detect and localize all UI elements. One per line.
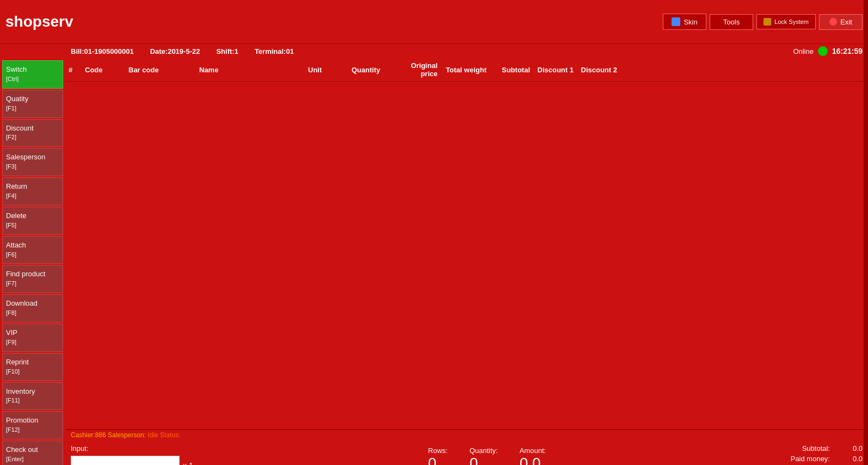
input-section: Input: x 1 — [71, 444, 193, 465]
sidebar-btn-discount[interactable]: Discount[F2] — [2, 119, 63, 147]
bill-terminal: Terminal:01 — [255, 47, 294, 55]
right-stripe — [864, 0, 868, 465]
input-label: Input: — [71, 444, 193, 452]
bill-date: Date:2019-5-22 — [150, 47, 200, 55]
lock-icon — [764, 18, 771, 26]
bill-bar: Bill:01-1905000001 Date:2019-5-22 Shift:… — [0, 44, 868, 58]
clock: 16:21:59 — [832, 47, 863, 55]
rows-stat: Rows: 0 — [428, 447, 448, 465]
sidebar-btn-vip[interactable]: VIP[F9] — [2, 324, 63, 352]
col-barcode: Bar code — [125, 65, 196, 75]
sidebar-btn-download[interactable]: Download[F8] — [2, 294, 63, 323]
col-subtotal: Subtotal — [490, 65, 533, 75]
sidebar-btn-salesperson[interactable]: Salesperson[F3] — [2, 148, 63, 176]
sidebar-btn-reprint[interactable]: Reprint[F10] — [2, 353, 63, 381]
sidebar-btn-inventory[interactable]: Inventory[F11] — [2, 382, 63, 411]
col-quantity: Quantity — [348, 65, 392, 75]
online-area: Online 16:21:59 — [793, 46, 863, 56]
amount-stat: Amount: 0.0 — [520, 447, 546, 465]
sidebar-btn-attach[interactable]: Attach[F6] — [2, 236, 63, 264]
paid-row: Paid money: 0.0 — [781, 455, 863, 463]
exit-button[interactable]: Exit — [819, 14, 863, 30]
sidebar-btn-return[interactable]: Return[F4] — [2, 177, 63, 206]
sidebar-btn-check-out[interactable]: Check out[Enter] — [2, 441, 63, 465]
skin-button[interactable]: Skin — [663, 14, 706, 30]
summary-section: Subtotal: 0.0 Paid money: 0.0 Change: 0.… — [781, 444, 863, 465]
cashier-info: Cashier:886 Salesperson: — [71, 431, 146, 439]
exit-icon — [829, 18, 837, 26]
sidebar-btn-promotion[interactable]: Promotion[F12] — [2, 411, 63, 439]
input-row: x 1 — [71, 456, 193, 465]
subtotal-row: Subtotal: 0.0 — [781, 444, 863, 452]
col-discount2: Discount 2 — [577, 65, 620, 75]
online-icon — [818, 46, 828, 56]
lock-system-button[interactable]: Lock System — [756, 14, 816, 29]
col-original-price: Original price — [392, 60, 441, 79]
header-buttons: Skin Tools Lock System Exit — [663, 14, 863, 30]
col-hash: # — [65, 65, 82, 75]
header: shopserv Skin Tools Lock System Exit — [0, 0, 868, 44]
col-code: Code — [82, 65, 125, 75]
skin-icon — [672, 17, 680, 26]
content-area: # Code Bar code Name Unit Quantity Origi… — [65, 58, 868, 465]
table-body — [65, 82, 868, 429]
bill-number: Bill:01-1905000001 — [71, 47, 134, 55]
online-label: Online — [793, 47, 814, 55]
main-layout: Switch[Ctrl]Quatity[F1]Discount[F2]Sales… — [0, 58, 868, 465]
sidebar-btn-find-product[interactable]: Find product[F7] — [2, 265, 63, 293]
bill-shift: Shift:1 — [216, 47, 238, 55]
sidebar: Switch[Ctrl]Quatity[F1]Discount[F2]Sales… — [0, 58, 65, 465]
table-header: # Code Bar code Name Unit Quantity Origi… — [65, 58, 868, 82]
sidebar-btn-delete[interactable]: Delete[F5] — [2, 207, 63, 235]
stats-section: Rows: 0 Quantity: 0 Amount: 0.0 — [428, 444, 546, 465]
multiplier-label: x 1 — [183, 461, 193, 465]
sidebar-btn-switch[interactable]: Switch[Ctrl] — [2, 60, 63, 89]
cashier-bar: Cashier:886 Salesperson: Idle Status: — [65, 430, 868, 440]
app-logo: shopserv — [5, 13, 73, 30]
idle-status: Idle Status: — [147, 431, 180, 439]
col-discount1: Discount 1 — [533, 65, 577, 75]
col-name: Name — [196, 65, 305, 75]
tools-button[interactable]: Tools — [710, 14, 753, 30]
quantity-stat: Quantity: 0 — [470, 447, 498, 465]
input-field[interactable] — [71, 456, 180, 465]
col-unit: Unit — [305, 65, 348, 75]
col-total-weight: Total weight — [441, 65, 490, 75]
sidebar-btn-quatity[interactable]: Quatity[F1] — [2, 90, 63, 118]
bottom-area: Input: x 1 Rows: 0 Quantity: 0 Amount: — [65, 440, 868, 465]
